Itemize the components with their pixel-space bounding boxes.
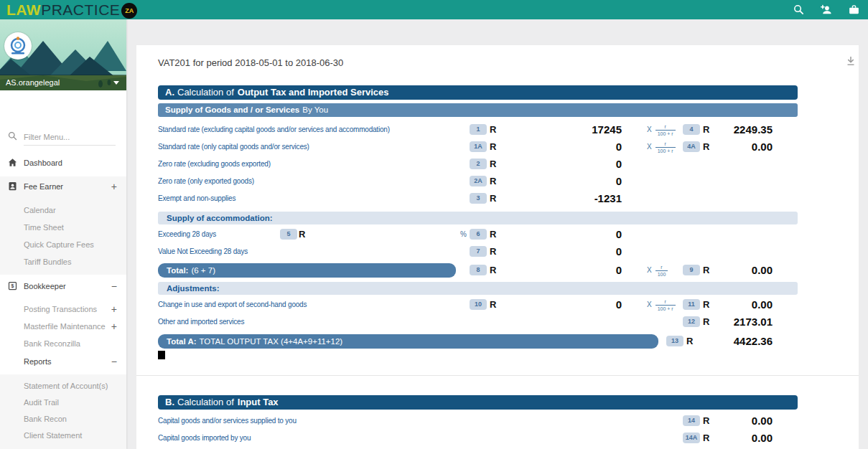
field-value: -1231 — [503, 190, 622, 207]
accommodation-subheader: Supply of accommodation: — [158, 212, 798, 225]
field-number-badge: 1 — [470, 124, 487, 135]
percent-symbol: % — [460, 226, 467, 243]
ledger-icon: $ — [7, 280, 19, 292]
row-label: Exceeding 28 days — [158, 226, 216, 243]
field-number-badge: 12 — [683, 316, 700, 327]
currency-symbol: R — [490, 173, 496, 190]
field-number-badge: 3 — [470, 193, 487, 204]
section-heading-mid: Calculation of — [177, 397, 234, 407]
field-value: 0 — [503, 226, 622, 243]
svg-text:$: $ — [11, 283, 14, 289]
formula-numerator: r — [655, 124, 676, 130]
sidebar-item-reports[interactable]: Reports− — [0, 354, 126, 369]
currency-symbol: R — [490, 156, 496, 173]
vat-fraction-formula: Xr100 + r — [647, 121, 676, 138]
formula-numerator: r — [655, 265, 668, 270]
formula-denominator: 100 + r — [655, 130, 676, 136]
row-label: Change in use and export of second-hand … — [158, 296, 307, 313]
adjustments-subheader: Adjustments: — [158, 282, 798, 295]
field-number-badge: 4 — [683, 124, 700, 135]
field-value: 0.00 — [715, 296, 773, 313]
top-app-bar: LAWPRACTICEZA — [0, 0, 868, 19]
row-label: Other and imported services — [158, 313, 244, 331]
search-icon[interactable] — [793, 4, 805, 16]
form-row: Zero rate (excluding goods exported) 2 R… — [0, 156, 868, 173]
currency-symbol: R — [703, 296, 709, 313]
formula-x: X — [647, 262, 652, 279]
field-number-badge: 7 — [470, 246, 487, 257]
field-number-badge: 11 — [683, 299, 700, 310]
vat-fraction-formula: Xr100 — [647, 262, 668, 279]
row-label: Zero rate (excluding goods exported) — [158, 156, 271, 173]
field-number-badge: 6 — [470, 229, 487, 240]
minus-icon[interactable]: − — [111, 354, 117, 369]
form-row: Standard rate (only capital goods and/or… — [0, 138, 868, 156]
section-heading-bold: Input Tax — [238, 397, 279, 407]
sidebar-item-label: Audit Trail — [24, 395, 59, 410]
formula-denominator: 100 + r — [655, 147, 676, 153]
account-selector[interactable]: AS.orangelegal — [0, 75, 126, 90]
subheader-bold: Supply of Goods and / or Services — [165, 105, 299, 114]
field-number-badge: 9 — [683, 265, 700, 275]
sidebar-cover-image: AS.orangelegal — [0, 19, 126, 90]
logo-law: LAW — [6, 1, 41, 18]
field-value: 4422.36 — [715, 333, 773, 350]
sidebar-item-label: Statement of Account(s) — [24, 379, 108, 393]
logo-practice: PRACTICE — [41, 1, 120, 18]
field-number-badge: 2 — [470, 159, 487, 169]
currency-symbol: R — [703, 138, 709, 156]
field-value: 0 — [503, 138, 622, 156]
section-a-header: A.Calculation ofOutput Tax and Imported … — [158, 85, 798, 100]
currency-symbol: R — [490, 296, 496, 313]
currency-symbol: R — [686, 333, 693, 350]
row-label: Zero rate (only exported goods) — [158, 173, 254, 190]
sidebar-item-label: Bookkeeper — [24, 279, 66, 293]
briefcase-icon[interactable] — [848, 4, 860, 16]
row-label: Capital goods and/or services supplied t… — [158, 412, 297, 430]
minus-icon[interactable]: − — [111, 279, 117, 293]
field-value: 17245 — [503, 121, 622, 138]
field-value: 0 — [503, 262, 622, 279]
avatar[interactable] — [4, 32, 32, 60]
field-number-badge: 10 — [470, 299, 487, 310]
formula-numerator: r — [655, 141, 676, 147]
section-divider — [136, 375, 859, 376]
sidebar-item-audit-trail[interactable]: Audit Trail — [0, 395, 126, 410]
currency-symbol: R — [703, 430, 709, 447]
form-row: Zero rate (only exported goods) 2A R 0 — [0, 173, 868, 190]
cursor-artifact — [158, 351, 165, 359]
field-number-badge: 8 — [470, 265, 487, 275]
sidebar-item-statement-of-accounts[interactable]: Statement of Account(s) — [0, 379, 126, 393]
section-letter: A. — [165, 87, 174, 98]
field-number-badge: 13 — [666, 336, 683, 346]
field-value: 2249.35 — [715, 121, 773, 138]
formula-x: X — [647, 138, 652, 156]
page-title: VAT201 for period 2018-05-01 to 2018-06-… — [158, 56, 343, 70]
vat-fraction-formula: Xr100 + r — [647, 296, 676, 313]
field-value: 0 — [503, 156, 622, 173]
field-value: 0 — [503, 243, 622, 260]
field-number-badge: 4A — [683, 141, 700, 152]
row-label: Exempt and non-supplies — [158, 190, 235, 207]
form-row: Value Not Exceeding 28 days 7 R 0 — [0, 243, 868, 260]
sidebar-item-bookkeeper[interactable]: $ Bookkeeper − — [0, 279, 126, 293]
vat-fraction-formula: Xr100 + r — [647, 138, 676, 156]
row-label: Standard rate (excluding capital goods a… — [158, 121, 390, 138]
section-b-header: B.Calculation ofInput Tax — [158, 395, 798, 410]
app-logo[interactable]: LAWPRACTICEZA — [6, 0, 137, 19]
account-name: AS.orangelegal — [6, 78, 60, 87]
supply-of-goods-subheader: Supply of Goods and / or ServicesBy You — [158, 103, 798, 117]
subheader-rest: By You — [302, 105, 328, 114]
field-value: 0 — [503, 173, 622, 190]
add-user-icon[interactable] — [820, 4, 832, 16]
formula-x: X — [647, 296, 652, 313]
currency-symbol: R — [703, 412, 709, 430]
field-value: 0.00 — [715, 262, 773, 279]
form-row: 8 R 0 Xr100 9 R 0.00 — [0, 262, 868, 279]
currency-symbol: R — [490, 262, 496, 279]
field-number-badge: 14A — [683, 433, 700, 443]
download-icon[interactable] — [844, 55, 857, 67]
field-value: 0.00 — [715, 430, 773, 447]
formula-x: X — [647, 121, 652, 138]
section-letter: B. — [165, 397, 174, 407]
